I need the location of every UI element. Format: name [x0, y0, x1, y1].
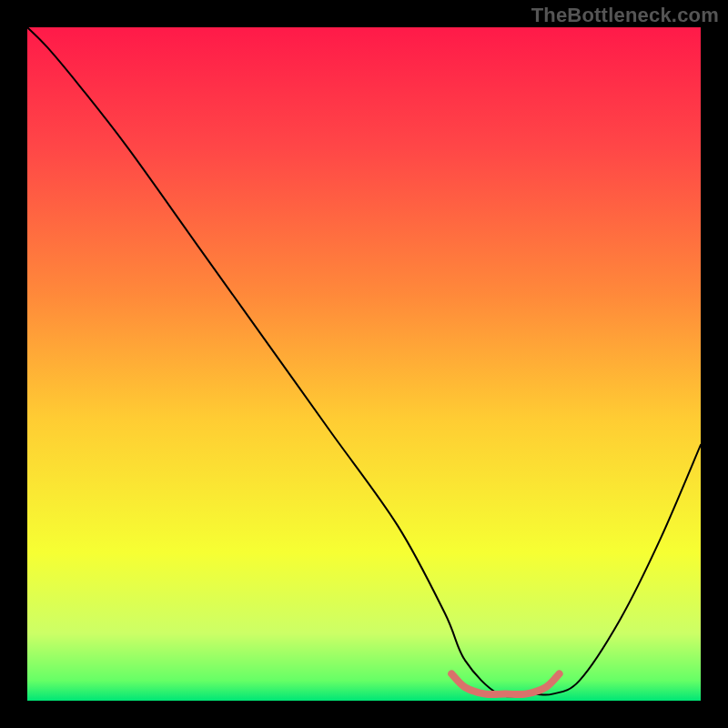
- chart-plot: [27, 27, 701, 701]
- watermark-text: TheBottleneck.com: [531, 4, 719, 27]
- gradient-background: [27, 27, 701, 701]
- chart-frame: [27, 27, 701, 701]
